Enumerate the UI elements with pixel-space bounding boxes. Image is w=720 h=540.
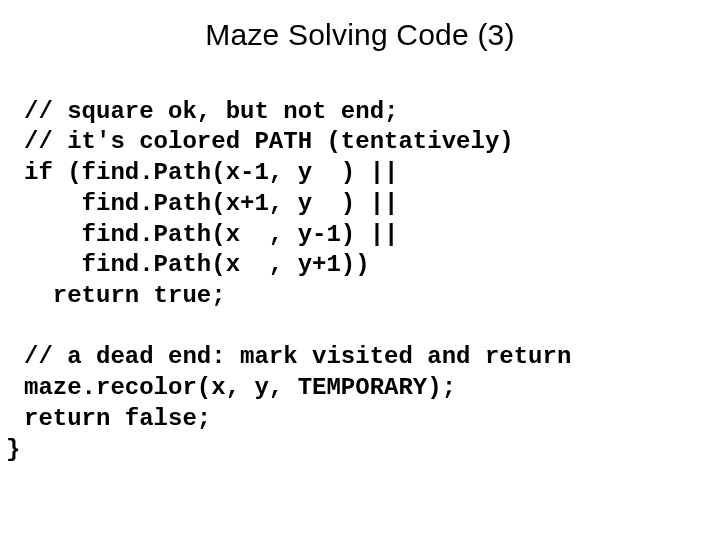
code-line: if (find.Path(x-1, y ) ||: [24, 159, 398, 186]
code-line: // a dead end: mark visited and return: [24, 343, 571, 370]
code-line: find.Path(x+1, y ) ||: [24, 190, 398, 217]
page-title: Maze Solving Code (3): [0, 18, 720, 52]
code-line: return false;: [24, 405, 211, 432]
code-line: find.Path(x , y-1) ||: [24, 221, 398, 248]
code-line: return true;: [24, 282, 226, 309]
code-line: // it's colored PATH (tentatively): [24, 128, 514, 155]
code-line: maze.recolor(x, y, TEMPORARY);: [24, 374, 456, 401]
slide: Maze Solving Code (3) // square ok, but …: [0, 18, 720, 540]
code-block: // square ok, but not end; // it's color…: [0, 66, 720, 435]
code-line: // square ok, but not end;: [24, 98, 398, 125]
closing-brace: }: [0, 435, 720, 466]
code-line: find.Path(x , y+1)): [24, 251, 370, 278]
